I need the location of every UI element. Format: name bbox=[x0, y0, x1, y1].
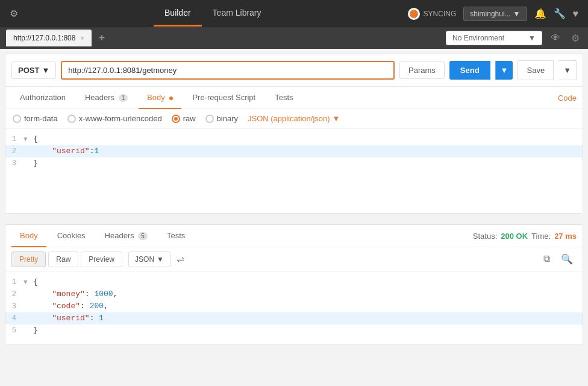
save-button[interactable]: Save bbox=[518, 60, 554, 80]
option-form-data[interactable]: form-data bbox=[13, 114, 58, 123]
binary-label: binary bbox=[217, 114, 238, 123]
resp-tab-body[interactable]: Body bbox=[11, 225, 46, 247]
tab-body[interactable]: Body bbox=[139, 87, 181, 109]
radio-binary[interactable] bbox=[205, 115, 214, 123]
user-label: shiminghui... bbox=[470, 10, 510, 18]
browser-tab-url: http://127.0.0.1:808 bbox=[13, 34, 75, 42]
tab-tests[interactable]: Tests bbox=[266, 87, 301, 109]
resp-content-1: { bbox=[33, 276, 583, 288]
env-label: No Environment bbox=[452, 34, 504, 42]
user-menu[interactable]: shiminghui... ▼ bbox=[463, 7, 527, 21]
tab-close-button[interactable]: × bbox=[80, 34, 84, 42]
resp-tab-headers[interactable]: Headers 5 bbox=[96, 225, 156, 247]
tab-bar-right: No Environment ▼ 👁 ⚙ bbox=[446, 30, 582, 46]
top-nav: ⚙ Builder Team Library SYNCING shiminghu… bbox=[0, 0, 588, 27]
resp-format-chevron: ▼ bbox=[157, 255, 164, 264]
resp-linenum-4: 4 bbox=[5, 312, 23, 324]
resp-content-4: "userid": 1 bbox=[33, 312, 583, 324]
radio-raw[interactable] bbox=[172, 115, 180, 123]
req-linenum-1: 1 bbox=[5, 133, 23, 145]
request-body-editor[interactable]: 1 ▼ { 2 "userid":1 3 } bbox=[5, 128, 583, 213]
browser-tab-active[interactable]: http://127.0.0.1:808 × bbox=[6, 30, 92, 46]
tab-builder[interactable]: Builder bbox=[154, 1, 202, 27]
req-line-2: 2 "userid":1 bbox=[5, 145, 583, 157]
resp-view-raw[interactable]: Raw bbox=[48, 252, 78, 267]
sync-dot bbox=[408, 8, 420, 20]
radio-urlencoded[interactable] bbox=[67, 115, 76, 123]
json-type-selector[interactable]: JSON (application/json) ▼ bbox=[248, 114, 340, 123]
resp-format-selector[interactable]: JSON ▼ bbox=[128, 252, 170, 267]
status-value: 200 OK bbox=[501, 232, 528, 241]
tab-authorization[interactable]: Authorization bbox=[11, 87, 74, 109]
option-binary[interactable]: binary bbox=[205, 114, 238, 123]
nav-center: Builder Team Library bbox=[154, 1, 272, 27]
settings-icon[interactable]: ⚙ bbox=[10, 8, 18, 19]
resp-tab-tests[interactable]: Tests bbox=[158, 225, 193, 247]
resp-content-5: } bbox=[33, 324, 583, 337]
resp-line-1: 1 ▼ { bbox=[5, 276, 583, 288]
req-key-userid: "userid" bbox=[52, 147, 89, 156]
status-label: Status: bbox=[473, 232, 497, 241]
resp-toolbar-right: ⧉ 🔍 bbox=[540, 251, 577, 267]
bell-icon[interactable]: 🔔 bbox=[534, 8, 546, 19]
tab-headers[interactable]: Headers 1 bbox=[77, 87, 136, 109]
resp-copy-icon[interactable]: ⧉ bbox=[540, 251, 554, 267]
env-eye-icon[interactable]: 👁 bbox=[548, 30, 563, 46]
save-dropdown-button[interactable]: ▼ bbox=[558, 60, 577, 80]
url-bar: POST ▼ Params Send ▼ Save ▼ bbox=[5, 54, 583, 87]
req-linenum-2: 2 bbox=[5, 145, 23, 157]
req-gutter-1: ▼ bbox=[23, 133, 33, 145]
sync-indicator: SYNCING bbox=[408, 8, 457, 20]
req-line-3: 3 } bbox=[5, 157, 583, 169]
response-panel: Body Cookies Headers 5 Tests Status: 200… bbox=[5, 224, 583, 344]
params-button[interactable]: Params bbox=[399, 62, 445, 79]
form-data-label: form-data bbox=[24, 114, 58, 123]
env-settings-icon[interactable]: ⚙ bbox=[569, 30, 582, 46]
resp-wrap-icon[interactable]: ⇌ bbox=[173, 251, 188, 267]
env-chevron: ▼ bbox=[528, 34, 536, 42]
radio-form-data[interactable] bbox=[13, 115, 21, 123]
req-content-1: { bbox=[33, 133, 583, 145]
resp-view-preview[interactable]: Preview bbox=[81, 252, 122, 267]
req-val-userid: 1 bbox=[94, 147, 99, 156]
heart-icon[interactable]: ♥ bbox=[573, 8, 579, 19]
method-selector[interactable]: POST ▼ bbox=[11, 62, 56, 79]
resp-view-pretty[interactable]: Pretty bbox=[11, 252, 46, 267]
resp-line-4: 4 "userid": 1 bbox=[5, 312, 583, 324]
method-label: POST bbox=[18, 66, 39, 75]
request-panel: POST ▼ Params Send ▼ Save ▼ Authorizatio… bbox=[5, 54, 583, 214]
tab-team-library[interactable]: Team Library bbox=[202, 1, 272, 27]
send-button[interactable]: Send bbox=[449, 61, 490, 80]
resp-line-3: 3 "code": 200, bbox=[5, 300, 583, 312]
tab-pre-request[interactable]: Pre-request Script bbox=[184, 87, 264, 109]
resp-linenum-3: 3 bbox=[5, 300, 23, 312]
body-options: form-data x-www-form-urlencoded raw bina… bbox=[5, 109, 583, 128]
resp-tab-cookies[interactable]: Cookies bbox=[49, 225, 94, 247]
resp-headers-badge: 5 bbox=[138, 232, 148, 240]
code-link[interactable]: Code bbox=[558, 93, 577, 103]
json-type-chevron: ▼ bbox=[333, 114, 340, 123]
resp-content-2: "money": 1000, bbox=[33, 288, 583, 300]
response-status: Status: 200 OK Time: 27 ms bbox=[473, 232, 577, 241]
environment-selector[interactable]: No Environment ▼ bbox=[446, 31, 542, 45]
resp-linenum-5: 5 bbox=[5, 324, 23, 337]
tab-add-button[interactable]: + bbox=[95, 32, 109, 45]
option-raw[interactable]: raw bbox=[172, 114, 196, 123]
nav-right: SYNCING shiminghui... ▼ 🔔 🔧 ♥ bbox=[408, 7, 578, 21]
resp-gutter-1: ▼ bbox=[23, 276, 33, 288]
option-urlencoded[interactable]: x-www-form-urlencoded bbox=[67, 114, 162, 123]
time-label: Time: bbox=[531, 232, 551, 241]
resp-format-label: JSON bbox=[135, 255, 154, 264]
url-input[interactable] bbox=[61, 61, 395, 80]
response-header: Body Cookies Headers 5 Tests Status: 200… bbox=[5, 225, 583, 247]
req-linenum-3: 3 bbox=[5, 157, 23, 169]
request-tabs: Authorization Headers 1 Body Pre-request… bbox=[5, 87, 583, 109]
user-chevron: ▼ bbox=[513, 10, 521, 18]
response-tabs: Body Cookies Headers 5 Tests bbox=[11, 225, 193, 247]
send-dropdown-button[interactable]: ▼ bbox=[495, 61, 513, 80]
req-content-2: "userid":1 bbox=[33, 145, 583, 157]
resp-linenum-1: 1 bbox=[5, 276, 23, 288]
resp-search-icon[interactable]: 🔍 bbox=[557, 251, 577, 267]
method-chevron: ▼ bbox=[42, 66, 49, 75]
wrench-icon[interactable]: 🔧 bbox=[554, 8, 566, 19]
